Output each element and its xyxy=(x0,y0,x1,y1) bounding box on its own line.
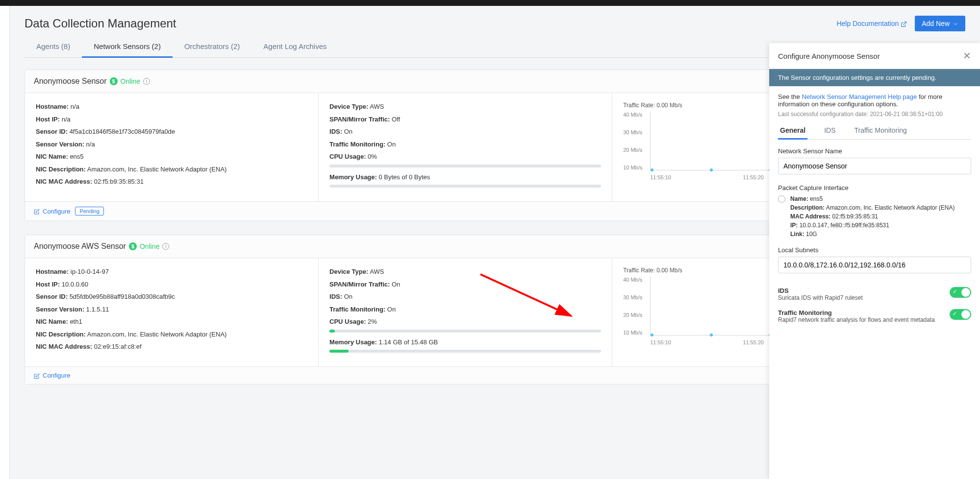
config-timestamp: Last successful configuration date: 2021… xyxy=(778,111,971,118)
cpu-usage-bar xyxy=(329,330,601,333)
panel-title: Configure Anonymoose Sensor xyxy=(778,52,880,60)
chevron-down-icon xyxy=(953,20,958,27)
pencil-icon xyxy=(34,372,40,379)
tab-network-sensors[interactable]: Network Sensors (2) xyxy=(82,36,173,58)
cpu-usage-bar xyxy=(329,165,601,168)
help-page-link[interactable]: Network Sensor Management Help page xyxy=(802,93,917,100)
panel-tab-traffic-monitoring[interactable]: Traffic Monitoring xyxy=(852,122,908,139)
status-icon: $ xyxy=(129,242,137,250)
sensor-name: Anonymoose AWS Sensor xyxy=(34,242,126,251)
configure-link[interactable]: Configure xyxy=(34,208,70,215)
info-icon[interactable]: i xyxy=(143,78,150,85)
status-icon: $ xyxy=(110,77,118,85)
configure-sensor-panel: Configure Anonymoose Sensor ✕ The Sensor… xyxy=(769,43,980,408)
status-text: Online xyxy=(140,242,159,250)
status-text: Online xyxy=(121,77,140,85)
ids-toggle-desc: Suricata IDS with Rapid7 ruleset xyxy=(778,294,863,301)
memory-usage-bar xyxy=(329,185,601,188)
subnets-label: Local Subnets xyxy=(778,246,971,254)
help-documentation-link[interactable]: Help Documentation xyxy=(836,20,907,27)
traffic-monitoring-toggle[interactable] xyxy=(950,309,971,320)
panel-tab-ids[interactable]: IDS xyxy=(822,122,837,139)
sensor-name-input[interactable] xyxy=(778,158,971,174)
top-bar xyxy=(0,0,980,6)
ids-toggle-label: IDS xyxy=(778,287,863,294)
subnets-input[interactable] xyxy=(778,257,971,273)
configure-link[interactable]: Configure xyxy=(34,372,70,379)
ids-toggle[interactable] xyxy=(950,287,971,298)
tm-toggle-desc: Rapid7 network traffic analysis for flow… xyxy=(778,316,935,323)
tm-toggle-label: Traffic Monitoring xyxy=(778,309,935,316)
sensor-name-label: Network Sensor Name xyxy=(778,147,971,155)
pending-banner: The Sensor configuration settings are cu… xyxy=(769,69,980,86)
add-new-button[interactable]: Add New xyxy=(915,16,965,31)
close-icon[interactable]: ✕ xyxy=(963,50,971,62)
pending-badge: Pending xyxy=(75,207,103,216)
pencil-icon xyxy=(34,208,40,215)
memory-usage-bar xyxy=(329,350,601,353)
external-link-icon xyxy=(901,20,907,27)
tab-orchestrators[interactable]: Orchestrators (2) xyxy=(173,36,251,57)
pci-radio[interactable] xyxy=(778,195,785,203)
panel-tab-general[interactable]: General xyxy=(778,122,807,140)
tab-agent-log-archives[interactable]: Agent Log Archives xyxy=(251,36,338,57)
tab-agents[interactable]: Agents (8) xyxy=(25,36,82,57)
sensor-name: Anonymoose Sensor xyxy=(34,77,107,86)
info-icon[interactable]: i xyxy=(162,243,169,250)
svg-line-0 xyxy=(904,22,906,24)
page-title: Data Collection Management xyxy=(25,17,176,30)
left-nav-rail[interactable] xyxy=(0,6,10,408)
panel-help-text: See the Network Sensor Management Help p… xyxy=(778,93,971,108)
pci-label: Packet Capture Interface xyxy=(778,184,971,192)
